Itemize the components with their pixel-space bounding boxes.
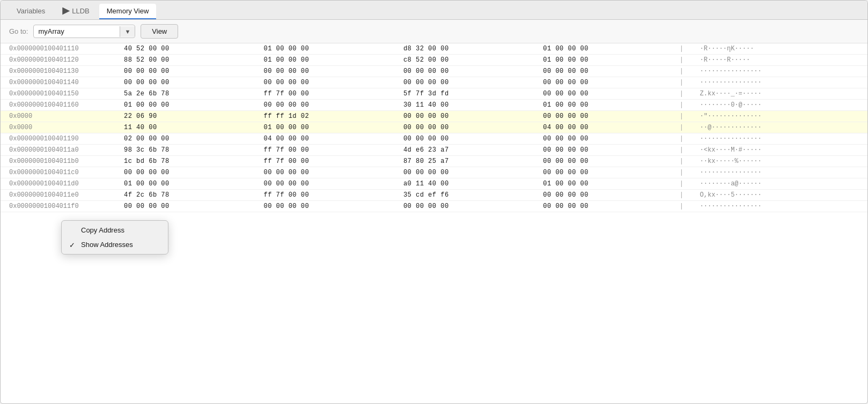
separator: | (678, 111, 698, 122)
main-window: Variables LLDB Memory View Go to: ▼ View… (0, 0, 868, 404)
view-button[interactable]: View (141, 24, 178, 39)
table-row[interactable]: 0x00000001004011a098 3c 6b 78ff 7f 00 00… (1, 145, 867, 156)
hex-group-1: 00 00 00 00 (258, 167, 398, 178)
hex-group-3: 00 00 00 00 (538, 190, 677, 201)
table-row[interactable]: 0x00000001004011c000 00 00 0000 00 00 00… (1, 167, 867, 178)
memory-address: 0x0000000100401160 (1, 100, 119, 111)
hex-group-0: 11 40 00 (119, 122, 258, 133)
separator: | (678, 178, 698, 190)
ascii-representation: ········a@······ (698, 178, 867, 190)
hex-group-1: 01 00 00 00 (258, 122, 398, 133)
memory-address: 0x0000000100401110 (1, 43, 119, 55)
table-row[interactable]: 0x00000001004011b01c bd 6b 78ff 7f 00 00… (1, 156, 867, 167)
table-row[interactable]: 0x000000010040114000 00 00 0000 00 00 00… (1, 77, 867, 88)
table-row[interactable]: 0x000000010040116001 00 00 0000 00 00 00… (1, 100, 867, 111)
hex-group-2: 00 00 00 00 (398, 66, 538, 77)
table-row[interactable]: 0x00000001004011e04f 2c 6b 78ff 7f 00 00… (1, 190, 867, 201)
hex-group-2: 87 80 25 a7 (398, 156, 538, 167)
memory-address: 0x00000001004011e0 (1, 190, 119, 201)
separator: | (678, 55, 698, 66)
hex-group-0: 98 3c 6b 78 (119, 145, 258, 156)
table-row[interactable]: 0x000000010040112088 52 00 0001 00 00 00… (1, 55, 867, 66)
ascii-representation: ··kx·····%······ (698, 156, 867, 167)
hex-group-2: 5f 7f 3d fd (398, 88, 538, 100)
memory-address: 0x0000000100401130 (1, 66, 119, 77)
hex-group-0: 00 00 00 00 (119, 77, 258, 88)
hex-group-2: 4d e6 23 a7 (398, 145, 538, 156)
hex-group-2: 00 00 00 00 (398, 77, 538, 88)
table-row[interactable]: 0x000000010040119002 00 00 0004 00 00 00… (1, 133, 867, 145)
context-menu-show-addresses[interactable]: ✓ Show Addresses (62, 237, 168, 252)
hex-group-3: 00 00 00 00 (538, 167, 677, 178)
separator: | (678, 88, 698, 100)
separator: | (678, 133, 698, 145)
lldb-arrow-icon (62, 8, 70, 15)
hex-group-3: 00 00 00 00 (538, 66, 677, 77)
hex-group-0: 1c bd 6b 78 (119, 156, 258, 167)
tab-lldb[interactable]: LLDB (55, 4, 97, 19)
table-row[interactable]: 0x00000001004011505a 2e 6b 78ff 7f 00 00… (1, 88, 867, 100)
tab-variables[interactable]: Variables (9, 4, 53, 19)
hex-group-3: 01 00 00 00 (538, 178, 677, 190)
separator: | (678, 43, 698, 55)
hex-group-1: 04 00 00 00 (258, 133, 398, 145)
hex-group-3: 00 00 00 00 (538, 156, 677, 167)
hex-group-1: 01 00 00 00 (258, 55, 398, 66)
ascii-representation: ················ (698, 201, 867, 212)
memory-address: 0x00000001004011d0 (1, 178, 119, 190)
separator: | (678, 100, 698, 111)
hex-group-2: c8 52 00 00 (398, 55, 538, 66)
table-row[interactable]: 0x00000001004011d001 00 00 0000 00 00 00… (1, 178, 867, 190)
memory-address: 0x0000 (1, 122, 119, 133)
hex-group-3: 00 00 00 00 (538, 201, 677, 212)
hex-group-3: 04 00 00 00 (538, 122, 677, 133)
hex-group-2: 00 00 00 00 (398, 122, 538, 133)
table-row[interactable]: 0x000011 40 0001 00 00 0000 00 00 0004 0… (1, 122, 867, 133)
hex-group-2: 00 00 00 00 (398, 167, 538, 178)
context-menu-copy-address[interactable]: Copy Address (62, 223, 168, 237)
separator: | (678, 167, 698, 178)
hex-group-2: a0 11 40 00 (398, 178, 538, 190)
tab-memory-view[interactable]: Memory View (99, 4, 157, 19)
hex-group-3: 00 00 00 00 (538, 77, 677, 88)
separator: | (678, 145, 698, 156)
ascii-representation: ·"·············· (698, 111, 867, 122)
ascii-representation: ················ (698, 66, 867, 77)
ascii-representation: ·R·····ηK····· (698, 43, 867, 55)
memory-address: 0x00000001004011f0 (1, 201, 119, 212)
memory-table-container[interactable]: 0x000000010040111040 52 00 0001 00 00 00… (1, 43, 867, 403)
hex-group-0: 5a 2e 6b 78 (119, 88, 258, 100)
table-row[interactable]: 0x000000010040111040 52 00 0001 00 00 00… (1, 43, 867, 55)
memory-address: 0x00000001004011c0 (1, 167, 119, 178)
hex-group-0: 02 00 00 00 (119, 133, 258, 145)
memory-address: 0x0000000100401120 (1, 55, 119, 66)
hex-group-2: 00 00 00 00 (398, 133, 538, 145)
hex-group-1: 01 00 00 00 (258, 43, 398, 55)
table-row[interactable]: 0x000000010040113000 00 00 0000 00 00 00… (1, 66, 867, 77)
separator: | (678, 122, 698, 133)
copy-address-label: Copy Address (81, 226, 124, 234)
hex-group-2: 00 00 00 00 (398, 201, 538, 212)
table-row[interactable]: 0x000022 06 90ff ff 1d 0200 00 00 0000 0… (1, 111, 867, 122)
goto-input[interactable] (34, 25, 120, 38)
memory-address: 0x0000000100401190 (1, 133, 119, 145)
ascii-representation: ········0·@····· (698, 100, 867, 111)
ascii-representation: Z.kx····_·=····· (698, 88, 867, 100)
hex-group-0: 00 00 00 00 (119, 201, 258, 212)
table-row[interactable]: 0x00000001004011f000 00 00 0000 00 00 00… (1, 201, 867, 212)
memory-address: 0x00000001004011a0 (1, 145, 119, 156)
goto-label: Go to: (9, 27, 28, 35)
context-menu: Copy Address ✓ Show Addresses (61, 220, 168, 255)
separator: | (678, 156, 698, 167)
goto-dropdown-button[interactable]: ▼ (120, 26, 135, 37)
memory-address: 0x00000001004011b0 (1, 156, 119, 167)
hex-group-0: 40 52 00 00 (119, 43, 258, 55)
separator: | (678, 77, 698, 88)
ascii-representation: ················ (698, 133, 867, 145)
ascii-representation: ·R·····R····· (698, 55, 867, 66)
hex-group-2: 35 cd ef f6 (398, 190, 538, 201)
hex-group-0: 00 00 00 00 (119, 167, 258, 178)
memory-address: 0x0000000100401140 (1, 77, 119, 88)
show-addresses-label: Show Addresses (81, 241, 133, 249)
hex-group-1: 00 00 00 00 (258, 77, 398, 88)
